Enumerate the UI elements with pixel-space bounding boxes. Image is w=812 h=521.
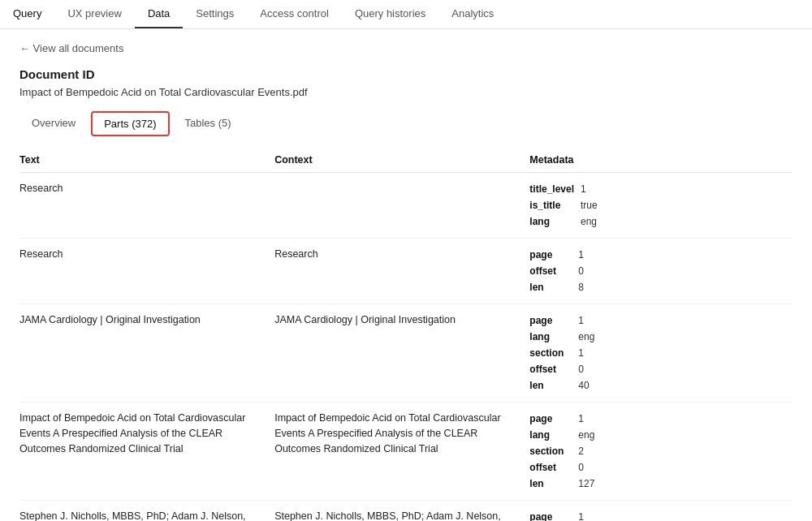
meta-value: 2 [578,443,786,459]
tab-tables[interactable]: Tables (5) [173,111,244,136]
meta-key: len [529,279,578,295]
meta-key: offset [529,263,578,279]
table-row: ResearchResearchpage1offset0len8 [19,239,793,304]
meta-value: 1 [578,247,786,263]
top-nav: Query UX preview Data Settings Access co… [0,0,812,29]
nav-item-ux-preview[interactable]: UX preview [54,0,134,28]
meta-value: eng [578,329,786,345]
meta-key: title_level [529,181,581,197]
meta-value: 1 [578,312,786,329]
meta-key: len [529,377,578,394]
cell-metadata: page1langengsection2offset0len127 [529,403,793,501]
meta-value: 127 [578,476,786,492]
meta-key: lang [529,427,578,443]
meta-value: 40 [578,377,786,394]
cell-text: JAMA Cardiology | Original Investigation [19,304,274,403]
cell-text: Stephen J. Nicholls, MBBS, PhD; Adam J. … [19,501,274,522]
meta-key: lang [529,213,581,230]
cell-metadata: page1langcymsection3offset0len215 [529,501,793,522]
nav-item-analytics[interactable]: Analytics [438,0,507,28]
cell-metadata: page1langengsection1offset0len40 [529,304,793,403]
meta-key: lang [529,329,578,345]
back-link[interactable]: ← View all documents [19,42,793,54]
nav-item-query-histories[interactable]: Query histories [342,0,438,28]
cell-metadata: page1offset0len8 [529,239,793,304]
table-row: Impact of Bempedoic Acid on Total Cardio… [19,403,793,501]
meta-key: len [529,476,578,492]
doc-filename: Impact of Bempedoic Acid on Total Cardio… [19,86,793,98]
col-header-context: Context [274,149,529,173]
meta-value: 0 [578,361,786,377]
cell-text: Impact of Bempedoic Acid on Total Cardio… [19,403,274,501]
meta-key: page [529,247,578,263]
meta-value: 0 [578,459,786,476]
col-header-text: Text [19,149,274,173]
cell-text: Research [19,173,274,239]
cell-context: Stephen J. Nicholls, MBBS, PhD; Adam J. … [274,501,529,522]
nav-item-data[interactable]: Data [135,0,183,28]
cell-context [274,173,529,239]
meta-value: eng [581,213,786,230]
tab-parts[interactable]: Parts (372) [91,111,169,136]
meta-value: 1 [578,345,786,361]
table-row: Researchtitle_level1is_titletruelangeng [19,173,793,239]
nav-item-access-control[interactable]: Access control [247,0,342,28]
meta-key: section [529,443,578,459]
meta-key: page [529,509,578,521]
meta-value: 0 [578,263,786,279]
table-row: Stephen J. Nicholls, MBBS, PhD; Adam J. … [19,501,793,522]
meta-key: offset [529,361,578,377]
nav-item-query[interactable]: Query [0,0,54,28]
main-content: ← View all documents Document ID Impact … [0,29,812,521]
meta-value: 8 [578,279,786,295]
meta-value: 1 [578,411,786,427]
data-table: Text Context Metadata Researchtitle_leve… [19,149,793,521]
meta-key: offset [529,459,578,476]
cell-context: JAMA Cardiology | Original Investigation [274,304,529,403]
nav-item-settings[interactable]: Settings [183,0,247,28]
tabs-container: Overview Parts (372) Tables (5) [19,111,793,136]
meta-key: section [529,345,578,361]
table-row: JAMA Cardiology | Original Investigation… [19,304,793,403]
meta-key: page [529,411,578,427]
cell-metadata: title_level1is_titletruelangeng [529,173,793,239]
meta-value: eng [578,427,786,443]
cell-text: Research [19,239,274,304]
cell-context: Research [274,239,529,304]
meta-value: 1 [578,509,786,521]
doc-id-label: Document ID [19,67,793,81]
col-header-metadata: Metadata [529,149,793,173]
meta-key: is_title [529,197,581,213]
meta-value: 1 [581,181,786,197]
cell-context: Impact of Bempedoic Acid on Total Cardio… [274,403,529,501]
tab-overview[interactable]: Overview [19,111,88,136]
meta-key: page [529,312,578,329]
meta-value: true [581,197,786,213]
